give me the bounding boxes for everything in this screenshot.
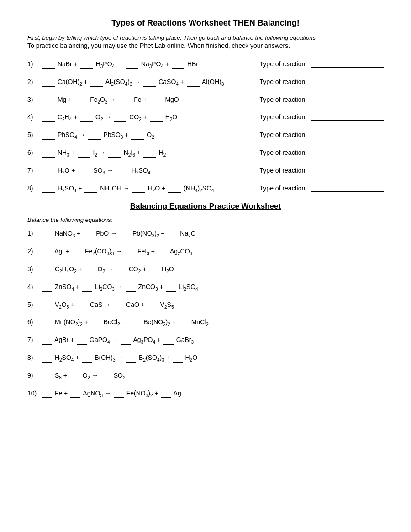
blank-7c [116,175,129,175]
balance-row-3: 3) C2H4O2 + O2 → CO2 + H2O [27,265,384,274]
blank-4c [114,121,126,122]
b-blank-2d [158,256,168,256]
blank-6c [108,157,121,158]
b-eq-num-4: 4) [27,283,41,290]
blank-3b [74,104,87,104]
b-blank-2c [125,256,135,256]
balance-row-1: 1) NaNO3 + PbO → Pb(NO3)2 + Na2O [27,230,384,238]
b-blank-8c [126,362,136,363]
balance-row-10: 10) Fe + AgNO3 → Fe(NO3)2 + Ag [27,390,384,398]
blank-3c [118,104,131,104]
b-eq-num-3: 3) [27,265,41,273]
blank-1b [80,68,93,69]
instructions-italic: First, begin by telling which type of re… [27,34,384,41]
equation-row-4: 4) C2H4 + O2 → CO2 + H2O Type of reactio… [27,113,384,122]
blank-6b [78,157,90,158]
b-blank-4a [42,291,52,292]
b-blank-2a [42,256,52,256]
b-eq-content-10: Fe + AgNO3 → Fe(NO3)2 + Ag [41,390,384,398]
blank-8c [132,192,145,193]
b-blank-4c [126,291,136,292]
equation-row-7: 7) H2O + SO3 → H2SO4 Type of reaction: [27,167,384,175]
b-eq-content-2: AgI + Fe2(CO3)3 → FeI3 + Ag2CO3 [41,248,384,256]
b-blank-1d [167,238,177,238]
b-blank-7b [77,344,87,345]
b-eq-num-10: 10) [27,390,41,397]
equation-row-3: 3) Mg + Fe2O3 → Fe + MgO Type of reactio… [27,96,384,105]
type-label-7: Type of reaction: [260,167,384,174]
balance-row-8: 8) H2SO4 + B(OH)3 → B2(SO4)3 + H2O [27,354,384,363]
b-blank-5b [77,309,87,309]
blank-5c [131,139,144,140]
balance-row-4: 4) ZnSO4 + Li2CO3 → ZnCO3 + Li2SO4 [27,283,384,292]
type-blank-8 [311,191,384,192]
type-blank-1 [311,67,384,68]
b-blank-3d [149,274,159,274]
b-blank-5d [148,309,158,309]
b-blank-7c [121,344,131,345]
blank-1c [126,68,138,69]
b-eq-content-4: ZnSO4 + Li2CO3 → ZnCO3 + Li2SO4 [41,283,384,292]
b-eq-content-5: V2O5 + CaS → CaO + V2S5 [41,301,384,310]
equation-row-1: 1) NaBr + H3PO4 → Na3PO4 + HBr Type of r… [27,60,384,69]
b-eq-content-1: NaNO3 + PbO → Pb(NO3)2 + Na2O [41,230,384,238]
blank-2c [143,86,156,87]
b-blank-8a [42,362,52,363]
b-blank-6c [131,327,141,327]
eq-num-7: 7) [27,167,41,174]
b-blank-4d [166,291,176,292]
blank-6d [143,157,156,158]
b-blank-9a [42,380,52,380]
b-eq-content-8: H2SO4 + B(OH)3 → B2(SO4)3 + H2O [41,354,384,363]
blank-4b [80,121,93,122]
b-blank-8b [82,362,92,363]
b-blank-1c [120,238,130,238]
type-label-3: Type of reaction: [260,96,384,103]
b-eq-content-6: Mn(NO2)2 + BeCl2 → Be(NO2)2 + MnCl2 [41,318,384,327]
type-label-4: Type of reaction: [260,113,384,121]
b-blank-10d [161,397,171,398]
blank-6a [42,157,55,158]
blank-1a [42,68,55,69]
eq-content-6: NH3 + I2 → N2I6 + H2 [41,149,255,158]
blank-1d [172,68,184,69]
b-eq-num-5: 5) [27,301,41,308]
balance-row-6: 6) Mn(NO2)2 + BeCl2 → Be(NO2)2 + MnCl2 [27,318,384,327]
type-blank-3 [311,103,384,103]
instructions-normal: To practice balancing, you may use the P… [27,42,384,49]
b-blank-9c [101,380,111,380]
b-blank-1b [83,238,93,238]
balance-row-5: 5) V2O5 + CaS → CaO + V2S5 [27,301,384,310]
b-blank-5c [113,309,123,309]
eq-num-8: 8) [27,184,41,192]
b-blank-3b [85,274,95,274]
b-eq-num-1: 1) [27,230,41,237]
blank-5b [88,139,101,140]
balance-row-2: 2) AgI + Fe2(CO3)3 → FeI3 + Ag2CO3 [27,248,384,256]
blank-7a [42,175,55,175]
b-blank-5a [42,309,52,309]
b-eq-num-8: 8) [27,354,41,361]
blank-7b [78,175,90,175]
b-blank-6a [42,327,52,327]
b-blank-1a [42,238,52,238]
eq-num-1: 1) [27,60,41,68]
blank-3d [150,104,163,104]
b-blank-10b [70,397,80,398]
blank-3a [42,104,55,104]
blank-4a [42,121,55,122]
type-blank-5 [311,138,384,138]
blank-4d [150,121,163,122]
blank-5a [42,139,55,140]
blank-8d [168,192,181,193]
b-eq-num-6: 6) [27,318,41,326]
b-blank-4b [82,291,92,292]
eq-content-2: Ca(OH)2 + Al2(SO4)3 → CaSO4 + Al(OH)3 [41,78,255,87]
b-blank-2b [72,256,82,256]
blank-8a [42,192,55,193]
type-label-6: Type of reaction: [260,149,384,156]
type-blank-2 [311,85,384,85]
eq-num-3: 3) [27,96,41,103]
eq-content-4: C2H4 + O2 → CO2 + H2O [41,113,255,122]
balance-row-9: 9) S8 + O2 → SO2 [27,372,384,380]
